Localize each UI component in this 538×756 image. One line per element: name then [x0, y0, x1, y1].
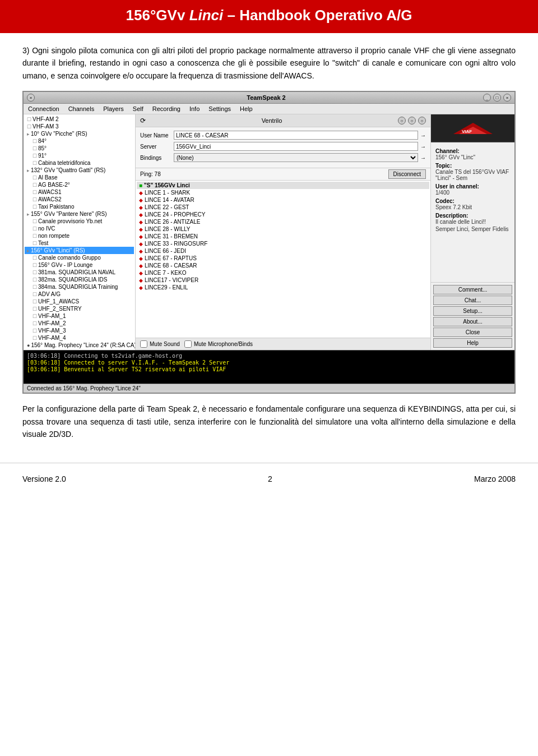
ts-chat-button[interactable]: Chat... [433, 296, 512, 305]
tree-item[interactable]: ☐ Canale provvisorio Yb.net [25, 218, 134, 225]
ts-help-button[interactable]: Help [433, 338, 512, 348]
channel-user-item[interactable]: ◆LINCE 1 - SHARK [137, 189, 429, 196]
tree-item[interactable]: ☐ 85° [25, 145, 134, 152]
tree-item[interactable]: ☐ VHF-AM_1 [25, 312, 134, 320]
ts-comment-button[interactable]: Comment... [433, 285, 512, 294]
tree-item[interactable]: ☐ 91° [25, 152, 134, 159]
ts-minimize-btn[interactable]: _ [483, 94, 491, 102]
tree-item-label: 156° GVv - IP Lounge [38, 262, 92, 268]
menu-help[interactable]: Help [238, 105, 255, 113]
menu-connection[interactable]: Connection [26, 105, 62, 113]
channel-user-item[interactable]: ◆LINCE 24 - PROPHECY [137, 211, 429, 218]
tree-item-label: 132° GVv "Quattro Gatti" (RS) [31, 167, 105, 173]
tree-item[interactable]: ☐ UHF_1_AWACS [25, 298, 134, 305]
tree-item[interactable]: ☐ 84° [25, 137, 134, 145]
channel-user-item[interactable]: ◆LINCE 14 - AVATAR [137, 196, 429, 204]
tree-item-label: 91° [38, 153, 47, 159]
ts-server-input[interactable] [174, 142, 418, 151]
ts-logo-area: VIAF [431, 114, 514, 142]
ts-bindings-select[interactable]: (None) [174, 153, 418, 162]
tree-item[interactable]: ☐ no IVC [25, 225, 134, 232]
tree-item-icon: ☐ [33, 299, 37, 305]
menu-channels[interactable]: Channels [66, 105, 96, 113]
tree-item[interactable]: ☐ VHF-AM 3 [25, 123, 134, 130]
ts-window-buttons: _ □ × [483, 94, 511, 102]
ts-disconnect-button[interactable]: Disconnect [388, 169, 426, 179]
tree-item[interactable]: ▸ 132° GVv "Quattro Gatti" (RS) [25, 167, 134, 174]
tree-item[interactable]: ▸ 20° GVv "Golden Eagle" (RS) [25, 349, 134, 350]
ts-right-panel: VIAF Channel: 156° GVv "Linc" Topic: Can… [430, 114, 514, 350]
ts-about-button[interactable]: About... [433, 317, 512, 326]
channel-user-item[interactable]: ◆LINCE 28 - WILLY [137, 225, 429, 233]
ts-window-title: TeamSpeak 2 [49, 94, 483, 101]
user-icon: ◆ [139, 190, 143, 196]
ts-close-button[interactable]: Close [433, 328, 512, 337]
channel-user-item[interactable]: ◆LINCE 26 - ANTIZALE [137, 218, 429, 225]
log-line: [03:06:18] Connecting to ts2viaf.game-ho… [27, 353, 511, 359]
ts-close-btn[interactable]: × [27, 94, 35, 102]
tree-item[interactable]: ☐ non rompete [25, 232, 134, 239]
tree-item-label: AG BASE-2° [38, 182, 70, 188]
ts-mute-sound-checkbox[interactable] [140, 340, 147, 348]
tree-item[interactable]: ☐ AG BASE-2° [25, 181, 134, 188]
tree-item[interactable]: ☐ Taxi Pakistano [25, 203, 134, 210]
tree-item[interactable]: ☐ 156° GVv - IP Lounge [25, 261, 134, 269]
tree-item[interactable]: ☐ Cabina teletridifonica [25, 159, 134, 167]
tree-item[interactable]: ☐ VHF-AM 2 [25, 116, 134, 123]
user-icon: ◆ [139, 197, 143, 203]
tree-item-label: AWACS1 [38, 189, 62, 195]
tree-item[interactable]: ☐ Test [25, 239, 134, 247]
channel-user-item[interactable]: ◆LINCE 7 - KEKO [137, 269, 429, 276]
menu-settings[interactable]: Settings [206, 105, 233, 113]
ts-maximize-btn[interactable]: □ [493, 94, 501, 102]
channel-user-item[interactable]: ◆LINCE 33 - RINGOSURF [137, 240, 429, 247]
channel-user-item[interactable]: ◆LINCE 22 - GEST [137, 204, 429, 211]
tree-item[interactable]: ☐ Al Base [25, 174, 134, 181]
tree-item-label: 85° [38, 145, 47, 151]
ts-ping-value: Ping: 78 [140, 171, 161, 177]
tree-item[interactable]: ☐ 381ma. SQUADRIGLIA NAVAL [25, 269, 134, 276]
channel-user-item[interactable]: ◆LINCE29 - ENLIL [137, 284, 429, 291]
ts-users-list[interactable]: ■ "S" 156GVv Linci◆LINCE 1 - SHARK◆LINCE… [136, 181, 430, 338]
tree-item[interactable]: ☐ AWACS1 [25, 188, 134, 196]
channel-user-item[interactable]: ◆LINCE 31 - BREMEN [137, 233, 429, 240]
tree-item[interactable]: ☐ VHF-AM_3 [25, 327, 134, 334]
tree-item[interactable]: ☐ 382ma. SQUADRIGLIA IDS [25, 276, 134, 283]
channel-user-item[interactable]: ◆LINCE 66 - JEDI [137, 247, 429, 255]
menu-recording[interactable]: Recording [150, 105, 183, 113]
tree-item[interactable]: ☐ ADV A/G [25, 291, 134, 298]
ts-desc-value2: Semper Linci, Semper Fidelis [435, 226, 510, 232]
ts-channel-tree[interactable]: ☐ VHF-AM 2☐ VHF-AM 3▸ 10° GVv "Picche" (… [24, 114, 136, 350]
menu-players[interactable]: Players [101, 105, 126, 113]
tree-item[interactable]: ☐ VHF-AM_2 [25, 320, 134, 327]
ts-channel-label: Channel: [435, 148, 510, 154]
tree-item[interactable]: ☐ Canale comando Gruppo [25, 254, 134, 261]
tree-item[interactable]: ☐ AWACS2 [25, 196, 134, 203]
tree-item-label: non rompete [38, 233, 69, 239]
ts-close-icon[interactable]: × [503, 94, 511, 102]
tree-item[interactable]: ▸ 155° GVv "Pantere Nere" (RS) [25, 210, 134, 218]
tree-item[interactable]: ☐ UHF_2_SENTRY [25, 305, 134, 312]
tree-item-icon: ☐ [33, 284, 37, 290]
tree-item[interactable]: ☐ VHF-AM_4 [25, 334, 134, 342]
user-label: LINCE 22 - GEST [145, 204, 189, 210]
tree-item[interactable]: ▸ 156° GVv "Linci" (RS) [25, 247, 134, 254]
channel-header[interactable]: ■ "S" 156GVv Linci [137, 182, 429, 189]
tree-item-label: Canale comando Gruppo [38, 255, 101, 261]
ts-mic-btn[interactable]: ○ [408, 117, 416, 125]
tree-item[interactable]: ☐ 384ma. SQUADRIGLIA Training [25, 283, 134, 291]
tree-item[interactable]: ▸ 10° GVv "Picche" (RS) [25, 130, 134, 137]
ts-username-input[interactable] [174, 131, 418, 140]
ts-settings-btn[interactable]: ○ [418, 117, 426, 125]
tree-item[interactable]: ● 156° Mag. Prophecy "Lince 24" (R:SA CA… [25, 342, 134, 349]
menu-info[interactable]: Info [187, 105, 202, 113]
channel-user-item[interactable]: ◆LINCE17 - VICVIPER [137, 276, 429, 284]
menu-self[interactable]: Self [131, 105, 146, 113]
channel-user-item[interactable]: ◆LINCE 68 - CAESAR [137, 262, 429, 269]
ts-vol-btn[interactable]: ○ [398, 117, 406, 125]
tree-item-icon: ☐ [33, 226, 37, 232]
ts-bindings-arrow: → [420, 155, 426, 161]
ts-setup-button[interactable]: Setup... [433, 306, 512, 316]
ts-mute-mic-checkbox[interactable] [184, 340, 192, 348]
channel-user-item[interactable]: ◆LINCE 67 - RAPTUS [137, 255, 429, 262]
